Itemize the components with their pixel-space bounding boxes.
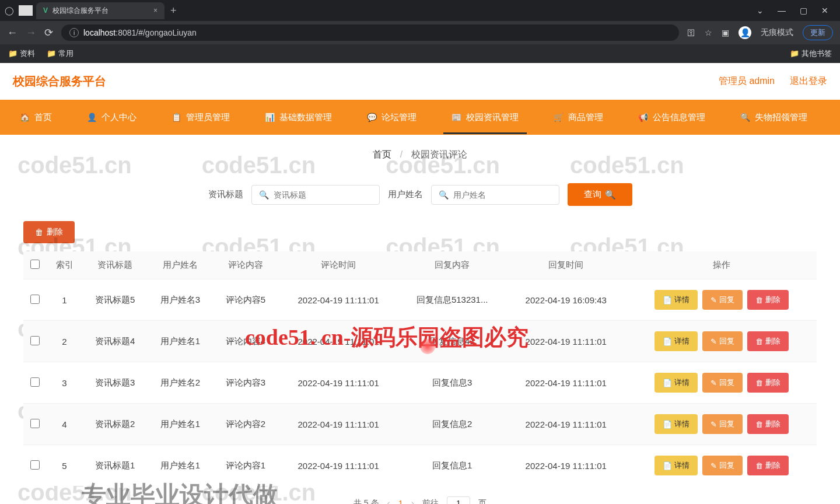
chevron-down-icon[interactable]: ⌄ [757, 6, 764, 15]
update-button[interactable]: 更新 [803, 25, 833, 40]
minimize-icon[interactable]: — [778, 6, 786, 15]
cell-user: 用户姓名1 [148, 404, 213, 445]
nav-item[interactable]: 👤个人中心 [79, 102, 145, 134]
delete-button[interactable]: 🗑 删除 [747, 331, 789, 351]
nav-icon: 📋 [172, 113, 181, 122]
table-row: 3 资讯标题3 用户姓名2 评论内容3 2022-04-19 11:11:01 … [23, 362, 817, 404]
delete-button[interactable]: 🗑 删除 [747, 414, 789, 434]
nav-item[interactable]: 💬论坛管理 [359, 102, 425, 134]
forward-icon[interactable]: → [26, 27, 36, 39]
row-checkbox[interactable] [30, 377, 40, 387]
table-row: 4 资讯标题2 用户姓名1 评论内容2 2022-04-19 11:11:01 … [23, 404, 817, 445]
cell-rtime: 2022-04-19 11:11:01 [506, 445, 626, 487]
title-input[interactable] [274, 190, 376, 200]
page-total: 共 5 条 [354, 498, 379, 505]
search-label-title: 资讯标题 [208, 189, 243, 200]
cell-reply: 回复信息513231... [398, 279, 506, 321]
user-input[interactable] [453, 190, 555, 200]
nav-item[interactable]: 🏠首页 [12, 102, 60, 134]
breadcrumb: 首页 / 校园资讯评论 [12, 135, 828, 175]
cell-title: 资讯标题1 [82, 445, 148, 487]
nav-item[interactable]: 📋管理员管理 [163, 102, 238, 134]
nav-item[interactable]: 📊基础数据管理 [257, 102, 340, 134]
site-info-icon[interactable]: i [69, 28, 79, 37]
nav-item[interactable]: 📢公告信息管理 [630, 102, 713, 134]
page-prev-icon[interactable]: ‹ [387, 498, 390, 505]
vue-icon: V [43, 6, 48, 15]
app-menu-icon[interactable]: ◯ [5, 6, 14, 15]
page-next-icon[interactable]: › [411, 498, 414, 505]
reply-button[interactable]: ✎ 回复 [702, 331, 743, 351]
detail-button[interactable]: 📄 详情 [654, 290, 698, 310]
trash-icon: 🗑 [755, 296, 763, 304]
row-checkbox[interactable] [30, 460, 40, 470]
close-window-icon[interactable]: ✕ [821, 6, 828, 15]
select-all-checkbox[interactable] [30, 260, 40, 269]
extensions-icon[interactable]: ▣ [722, 28, 729, 37]
search-btn-icon: 🔍 [605, 190, 616, 200]
nav-label: 校园资讯管理 [466, 112, 519, 123]
close-tab-icon[interactable]: × [153, 6, 158, 15]
nav-item[interactable]: 🛒商品管理 [545, 102, 611, 134]
column-header: 资讯标题 [82, 251, 148, 279]
detail-button[interactable]: 📄 详情 [654, 414, 698, 434]
cell-reply: 回复信息1 [398, 445, 506, 487]
bookmark-folder[interactable]: 📁常用 [47, 48, 74, 59]
query-button[interactable]: 查询 🔍 [568, 183, 632, 206]
page-suffix: 页 [478, 498, 487, 505]
row-checkbox[interactable] [30, 419, 40, 428]
row-checkbox[interactable] [30, 336, 40, 345]
nav-label: 首页 [34, 112, 52, 123]
blank-tab-icon[interactable] [19, 5, 33, 16]
reply-button[interactable]: ✎ 回复 [702, 373, 743, 393]
detail-button[interactable]: 📄 详情 [654, 456, 698, 475]
delete-button[interactable]: 🗑 删除 [747, 456, 789, 475]
user-label[interactable]: 管理员 admin [719, 75, 775, 88]
cell-user: 用户姓名1 [148, 321, 213, 362]
key-icon[interactable]: ⚿ [687, 28, 695, 37]
page-goto-label: 前往 [422, 498, 439, 505]
star-icon[interactable]: ☆ [705, 28, 712, 37]
nav-item[interactable]: 🔍失物招领管理 [732, 102, 816, 134]
cell-comment: 评论内容3 [213, 362, 278, 404]
column-header: 回复时间 [506, 251, 626, 279]
search-input-user[interactable]: 🔍 [431, 185, 559, 205]
page-current[interactable]: 1 [398, 499, 403, 505]
search-icon: 🔍 [439, 190, 449, 200]
search-input-title[interactable]: 🔍 [251, 185, 380, 205]
pagination: 共 5 条 ‹ 1 › 前往 页 [12, 486, 828, 504]
page-goto-input[interactable] [447, 496, 470, 504]
nav-label: 失物招领管理 [755, 112, 807, 123]
delete-button[interactable]: 🗑 删除 [747, 290, 789, 310]
browser-tab[interactable]: V 校园综合服务平台 × [36, 2, 164, 19]
new-tab-button[interactable]: + [170, 5, 177, 17]
nav-item[interactable]: 📰校园资讯管理 [443, 102, 527, 134]
breadcrumb-home[interactable]: 首页 [373, 149, 391, 159]
column-header: 操作 [626, 251, 817, 279]
nav-icon: 📰 [452, 113, 461, 122]
maximize-icon[interactable]: ▢ [800, 6, 807, 15]
reply-button[interactable]: ✎ 回复 [702, 414, 743, 434]
detail-button[interactable]: 📄 详情 [654, 331, 698, 351]
reply-button[interactable]: ✎ 回复 [702, 456, 743, 475]
trash-icon: 🗑 [35, 228, 43, 237]
delete-button[interactable]: 🗑 删除 [747, 373, 789, 393]
cell-index: 1 [47, 279, 82, 321]
reload-icon[interactable]: ⟳ [44, 26, 53, 39]
url-input[interactable]: i localhost:8081/#/gongaoLiuyan [61, 24, 679, 41]
nav-label: 管理员管理 [186, 112, 230, 123]
nav-icon: 🛒 [554, 113, 564, 122]
detail-button[interactable]: 📄 详情 [654, 373, 698, 393]
cell-ctime: 2022-04-19 11:11:01 [278, 362, 398, 404]
cell-user: 用户姓名3 [148, 279, 213, 321]
reply-button[interactable]: ✎ 回复 [702, 290, 743, 310]
bookmark-folder[interactable]: 📁资料 [8, 48, 35, 59]
back-icon[interactable]: ← [7, 27, 18, 39]
cell-comment: 评论内容4 [213, 321, 278, 362]
row-checkbox[interactable] [30, 295, 40, 304]
cell-rtime: 2022-04-19 16:09:43 [506, 279, 626, 321]
nav-icon: 🏠 [20, 113, 30, 122]
logout-link[interactable]: 退出登录 [790, 75, 827, 88]
batch-delete-button[interactable]: 🗑 删除 [23, 221, 75, 243]
other-bookmarks[interactable]: 📁其他书签 [790, 48, 832, 59]
